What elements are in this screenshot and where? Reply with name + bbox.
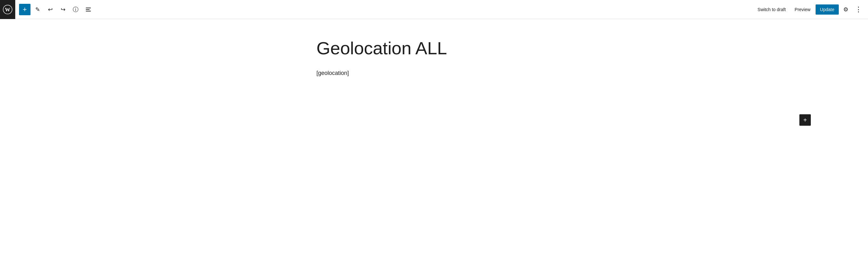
shortcode-block[interactable]: [geolocation] <box>316 69 552 78</box>
more-options-button[interactable] <box>853 4 864 15</box>
editor-inner: Geolocation ALL [geolocation] <box>316 38 552 247</box>
more-icon <box>855 5 862 14</box>
update-button[interactable]: Update <box>815 4 839 14</box>
undo-icon: ↩ <box>48 6 53 13</box>
redo-icon: ↪ <box>61 6 65 13</box>
undo-button[interactable]: ↩ <box>44 4 56 15</box>
wp-logo-button[interactable]: W <box>0 0 15 19</box>
list-view-button[interactable] <box>83 4 94 15</box>
switch-to-draft-button[interactable]: Switch to draft <box>754 5 789 14</box>
info-icon: ⓘ <box>73 6 79 13</box>
settings-button[interactable] <box>840 4 851 15</box>
post-content-area: [geolocation] <box>316 69 552 78</box>
details-button[interactable]: ⓘ <box>70 4 81 15</box>
toolbar: W ✎ ↩ ↪ ⓘ Switch to draft Preview Update <box>0 0 868 19</box>
preview-button[interactable]: Preview <box>791 5 814 14</box>
tools-button[interactable]: ✎ <box>32 4 43 15</box>
list-view-icon <box>86 8 91 11</box>
svg-text:W: W <box>5 6 10 12</box>
pencil-icon: ✎ <box>35 6 40 13</box>
editor-area: Geolocation ALL [geolocation] + <box>0 19 868 260</box>
add-block-button[interactable] <box>19 4 31 15</box>
plus-icon <box>23 5 27 14</box>
redo-button[interactable]: ↪ <box>57 4 69 15</box>
gear-icon <box>843 6 848 13</box>
post-title[interactable]: Geolocation ALL <box>316 38 552 58</box>
float-add-button[interactable]: + <box>799 114 811 126</box>
